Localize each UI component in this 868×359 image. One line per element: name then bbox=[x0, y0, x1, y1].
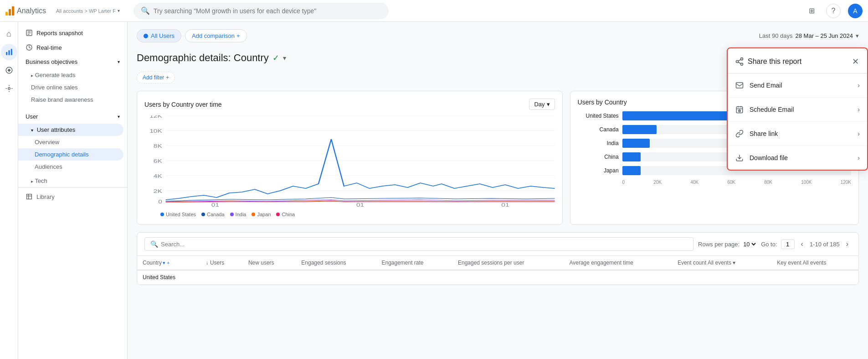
line-chart-legend: United States Canada India bbox=[160, 212, 555, 217]
sidebar-item-drive-online-sales[interactable]: Drive online sales bbox=[18, 81, 123, 94]
svg-point-34 bbox=[741, 63, 743, 65]
legend-item-india: India bbox=[230, 212, 247, 217]
table-paging: Rows per page: 10 25 50 Go to: ‹ 1-10 of… bbox=[698, 239, 851, 249]
account-dropdown-icon: ▾ bbox=[118, 8, 120, 13]
add-comparison-label: Add comparison bbox=[192, 32, 235, 39]
svg-text:2K: 2K bbox=[154, 189, 162, 194]
share-option-share-link[interactable]: Share link › bbox=[728, 122, 867, 146]
share-panel-title-area: Share this report bbox=[735, 57, 801, 66]
search-input[interactable] bbox=[154, 7, 381, 15]
users-sort[interactable]: ↓ Users bbox=[206, 260, 237, 266]
nav-advertising-button[interactable] bbox=[1, 80, 17, 97]
report-title-chevron-icon[interactable]: ▾ bbox=[283, 54, 286, 62]
col-avg-engagement-label: Average engagement time bbox=[569, 260, 633, 266]
download-file-label: Download file bbox=[750, 154, 788, 161]
legend-item-china: China bbox=[276, 212, 295, 217]
schedule-email-label: Schedule Email bbox=[750, 106, 794, 113]
svg-rect-37 bbox=[736, 83, 743, 88]
x-label-40k: 40K bbox=[690, 180, 699, 185]
svg-rect-1 bbox=[8, 50, 10, 55]
page-nav-next-button[interactable]: › bbox=[843, 239, 851, 249]
country-sort[interactable]: Country ▾ + bbox=[143, 260, 195, 266]
search-box[interactable]: 🔍 bbox=[134, 3, 389, 19]
sidebar-item-tech[interactable]: ▸ Tech bbox=[18, 175, 123, 187]
svg-text:Apr: Apr bbox=[210, 206, 221, 207]
table-header-row: Country ▾ + ↓ Users bbox=[137, 256, 858, 270]
raise-brand-awareness-label: Raise brand awareness bbox=[31, 96, 93, 103]
td-event-count bbox=[672, 270, 771, 285]
svg-text:4K: 4K bbox=[154, 174, 162, 179]
nav-home-button[interactable]: ⌂ bbox=[1, 26, 17, 42]
sidebar-user-label: User bbox=[26, 113, 38, 120]
add-filter-button[interactable]: Add filter + bbox=[137, 72, 175, 83]
sidebar-item-demographic-details[interactable]: Demographic details bbox=[18, 148, 123, 161]
bar-label-india: India bbox=[578, 140, 619, 146]
line-chart-header: Users by Country over time Day ▾ bbox=[144, 99, 555, 110]
rows-per-page-select[interactable]: 10 25 50 bbox=[741, 240, 757, 248]
share-option-send-email[interactable]: Send Email › bbox=[728, 73, 867, 98]
table-search-input[interactable] bbox=[161, 241, 688, 248]
add-comparison-button[interactable]: Add comparison + bbox=[185, 29, 247, 42]
key-event-sort[interactable]: Key event All events bbox=[777, 260, 853, 266]
sidebar-item-reports-snapshot[interactable]: Reports snapshot bbox=[18, 26, 123, 40]
sidebar-item-audiences[interactable]: Audiences bbox=[18, 161, 123, 173]
bar-label-canada: Canada bbox=[578, 126, 619, 133]
date-range-selector[interactable]: Last 90 days 28 Mar – 25 Jun 2024 ▾ bbox=[759, 32, 859, 39]
sidebar-item-overview[interactable]: Overview bbox=[18, 136, 123, 148]
chevron-right-icon: ▸ bbox=[31, 73, 33, 78]
sidebar-group-business-objectives[interactable]: Business objectives ▾ bbox=[18, 55, 127, 69]
td-country: United States bbox=[137, 270, 200, 285]
app-logo: Analytics bbox=[5, 6, 50, 16]
engaged-sessions-sort[interactable]: Engaged sessions bbox=[301, 260, 370, 266]
sidebar-library[interactable]: Library bbox=[18, 187, 127, 206]
legend-dot-india bbox=[230, 213, 234, 216]
overview-label: Overview bbox=[35, 139, 59, 146]
new-users-sort[interactable]: New users bbox=[248, 260, 290, 266]
table-search-box[interactable]: 🔍 bbox=[144, 237, 693, 251]
all-users-button[interactable]: All Users bbox=[137, 29, 181, 42]
user-avatar[interactable]: A bbox=[848, 4, 863, 18]
user-attributes-label: User attributes bbox=[37, 126, 76, 133]
share-panel-close-button[interactable]: ✕ bbox=[851, 56, 860, 68]
send-email-label: Send Email bbox=[750, 82, 782, 89]
share-option-schedule-email[interactable]: Schedule Email › bbox=[728, 98, 867, 122]
svg-text:Jun: Jun bbox=[499, 206, 511, 207]
share-panel-icon bbox=[735, 57, 744, 66]
nav-explore-button[interactable] bbox=[1, 62, 17, 78]
event-count-sort[interactable]: Event count All events ▾ bbox=[678, 260, 766, 266]
help-button[interactable]: ? bbox=[826, 4, 841, 18]
legend-label-japan: Japan bbox=[257, 212, 271, 217]
engaged-per-user-sort[interactable]: Engaged sessions per user bbox=[458, 260, 558, 266]
country-filter-icon[interactable]: ▾ + bbox=[163, 260, 169, 266]
topbar: Analytics All accounts > WP Larter F ▾ 🔍… bbox=[0, 0, 868, 22]
page-nav-prev-button[interactable]: ‹ bbox=[798, 239, 806, 249]
sidebar-item-generate-leads[interactable]: ▸ Generate leads bbox=[18, 69, 123, 81]
account-selector[interactable]: All accounts > WP Larter F ▾ bbox=[56, 8, 120, 14]
apps-grid-button[interactable]: ⊞ bbox=[804, 4, 819, 18]
goto-input[interactable] bbox=[781, 239, 795, 249]
share-link-left: Share link bbox=[735, 129, 778, 138]
period-selector[interactable]: Day ▾ bbox=[529, 99, 555, 110]
nav-reports-button[interactable] bbox=[1, 44, 17, 60]
bar-label-us: United States bbox=[578, 113, 619, 119]
x-label-0: 0 bbox=[622, 180, 625, 185]
audiences-label: Audiences bbox=[35, 163, 62, 170]
col-key-event: Key event All events bbox=[771, 256, 858, 270]
sidebar-item-realtime[interactable]: Real-time bbox=[18, 40, 123, 55]
share-option-download-file[interactable]: Download file › bbox=[728, 146, 867, 170]
bar-chart-title: Users by Country bbox=[578, 99, 627, 106]
engagement-rate-sort[interactable]: Engagement rate bbox=[381, 260, 447, 266]
bar-label-china: China bbox=[578, 154, 619, 160]
sidebar-item-user-attributes[interactable]: ▾ User attributes bbox=[18, 124, 123, 136]
svg-line-35 bbox=[738, 62, 741, 63]
table-row: United States bbox=[137, 270, 858, 285]
sidebar-item-raise-brand-awareness[interactable]: Raise brand awareness bbox=[18, 94, 123, 106]
avg-engagement-sort[interactable]: Average engagement time bbox=[569, 260, 666, 266]
library-label: Library bbox=[36, 193, 55, 200]
td-avg-time bbox=[564, 270, 672, 285]
legend-item-us: United States bbox=[160, 212, 196, 217]
col-users: ↓ Users bbox=[200, 256, 243, 270]
topbar-right: ⊞ ? A bbox=[804, 4, 863, 18]
sidebar-group-user[interactable]: User ▾ bbox=[18, 109, 127, 124]
all-users-label: All Users bbox=[151, 32, 175, 39]
